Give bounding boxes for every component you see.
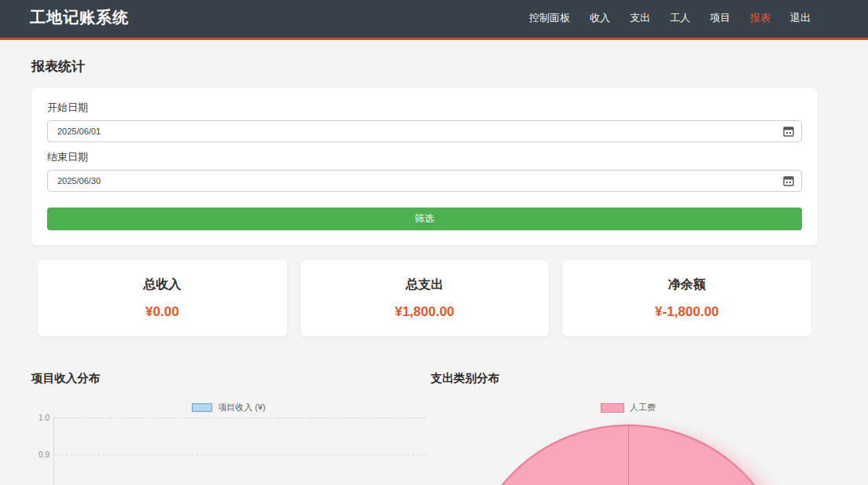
nav-item-income[interactable]: 收入 <box>590 11 610 25</box>
main-content: 报表统计 开始日期 结束日期 <box>0 40 868 485</box>
calendar-icon[interactable] <box>783 126 794 137</box>
end-date-label: 结束日期 <box>47 150 802 164</box>
pie-slice-divider <box>628 426 629 485</box>
filter-card: 开始日期 结束日期 <box>31 88 818 245</box>
bar-chart-plot: 1.0 0.9 0.8 <box>53 417 426 485</box>
end-date-field <box>47 170 802 192</box>
pie-chart-title: 支出类别分布 <box>431 371 826 386</box>
income-legend-label: 项目收入 (¥) <box>218 402 266 413</box>
start-date-label: 开始日期 <box>47 101 802 115</box>
gridline <box>54 454 426 455</box>
income-bar-chart-section: 项目收入分布 项目收入 (¥) 1.0 0.9 0.8 <box>31 371 426 485</box>
summary-card-title: 总支出 <box>406 277 443 293</box>
pie-slice-labor <box>465 424 792 485</box>
pie-chart-legend[interactable]: 人工费 <box>431 402 826 413</box>
gridline <box>54 417 426 418</box>
main-nav: 控制面板 收入 支出 工人 项目 报表 退出 <box>529 11 811 25</box>
app-title: 工地记账系统 <box>30 7 129 28</box>
summary-card-expense: 总支出 ¥1,800.00 <box>300 260 550 336</box>
summary-card-income: 总收入 ¥0.00 <box>38 260 287 336</box>
summary-card-value: ¥0.00 <box>145 304 179 320</box>
summary-card-value: ¥-1,800.00 <box>655 304 719 320</box>
app-header: 工地记账系统 控制面板 收入 支出 工人 项目 报表 退出 <box>0 0 868 40</box>
y-axis-tick: 0.9 <box>31 450 50 459</box>
income-legend-swatch <box>192 403 212 412</box>
summary-card-title: 净余额 <box>668 277 706 293</box>
nav-item-projects[interactable]: 项目 <box>710 11 730 25</box>
labor-legend-label: 人工费 <box>630 402 656 413</box>
labor-legend-swatch <box>601 403 624 413</box>
summary-card-value: ¥1,800.00 <box>395 304 454 320</box>
filter-button[interactable]: 筛选 <box>47 208 802 230</box>
page-title: 报表统计 <box>31 57 868 75</box>
start-date-field <box>47 120 802 142</box>
bar-chart-legend[interactable]: 项目收入 (¥) <box>31 402 426 413</box>
nav-item-expense[interactable]: 支出 <box>630 11 650 25</box>
end-date-input[interactable] <box>47 170 802 192</box>
expense-pie-chart-section: 支出类别分布 人工费 <box>431 371 826 485</box>
nav-item-dashboard[interactable]: 控制面板 <box>529 11 570 25</box>
pie-chart-plot <box>431 417 826 485</box>
start-date-input[interactable] <box>47 120 802 142</box>
nav-item-logout[interactable]: 退出 <box>790 11 811 25</box>
bar-chart-title: 项目收入分布 <box>31 371 426 386</box>
y-axis-tick: 1.0 <box>31 413 50 422</box>
summary-card-balance: 净余额 ¥-1,800.00 <box>562 260 811 336</box>
nav-item-workers[interactable]: 工人 <box>670 11 690 25</box>
calendar-icon[interactable] <box>783 175 794 186</box>
summary-row: 总收入 ¥0.00 总支出 ¥1,800.00 净余额 ¥-1,800.00 <box>31 260 818 336</box>
charts-row: 项目收入分布 项目收入 (¥) 1.0 0.9 0.8 支出类别分布 人工费 <box>31 371 826 485</box>
summary-card-title: 总收入 <box>143 277 181 293</box>
nav-item-reports[interactable]: 报表 <box>750 11 771 25</box>
